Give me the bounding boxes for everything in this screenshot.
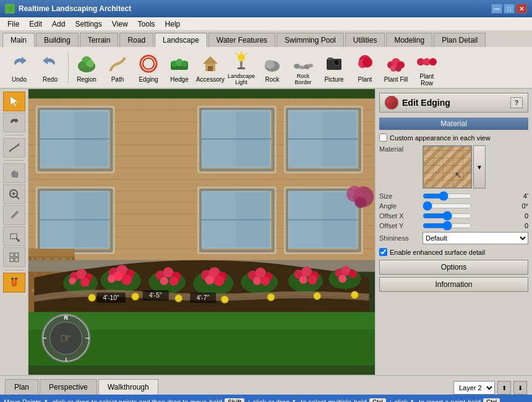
app-title: Realtime Landscaping Architect (19, 4, 131, 13)
tab-water-features[interactable]: Water Features (208, 33, 275, 47)
plant-button[interactable]: Plant (351, 50, 379, 85)
tab-landscape[interactable]: Landscape (155, 33, 207, 47)
angle-slider[interactable] (423, 202, 472, 210)
shininess-dropdown[interactable]: Default Low Medium High (423, 232, 528, 244)
tab-building[interactable]: Building (36, 33, 79, 47)
zoom-tool[interactable] (3, 184, 25, 204)
menu-edit[interactable]: Edit (24, 19, 47, 30)
undo-icon (7, 52, 31, 75)
layer-next-button[interactable]: ⬇ (513, 381, 527, 395)
minimize-button[interactable]: — (491, 4, 502, 14)
undo-tool[interactable] (3, 113, 25, 132)
magnet-tool[interactable] (3, 273, 25, 293)
rock-label: Rock (265, 76, 280, 83)
path-button[interactable]: Path (103, 50, 132, 85)
redo-button[interactable]: Redo (36, 50, 64, 85)
enhanced-detail-checkbox[interactable] (379, 248, 387, 256)
menubar: File Edit Add Settings View Tools Help (0, 17, 532, 31)
tab-plan-detail[interactable]: Plan Detail (434, 33, 486, 47)
svg-point-180 (88, 294, 95, 301)
svg-point-186 (351, 291, 358, 298)
accessory-button[interactable]: Accessory (196, 50, 225, 85)
main-tabs: Main Building Terrain Road Landscape Wat… (0, 31, 532, 47)
tab-walkthrough[interactable]: Walkthrough (98, 379, 158, 395)
material-dropdown-button[interactable]: ▼ (473, 145, 486, 189)
region-button[interactable]: Region (72, 50, 101, 85)
svg-point-181 (132, 293, 139, 300)
picture-label: Picture (324, 76, 343, 83)
pen-tool[interactable] (3, 205, 25, 225)
size-slider[interactable] (423, 192, 472, 200)
tab-main[interactable]: Main (2, 33, 35, 47)
angle-label: Angle (379, 202, 423, 210)
viewport[interactable]: 4'-10" 4'-5" 4'-7" ☞ N (28, 89, 375, 375)
layer-select[interactable]: Layer 2 Layer 1 Layer 3 (453, 381, 495, 395)
undo-button[interactable]: Undo (5, 50, 33, 85)
undo-label: Undo (12, 76, 27, 83)
svg-rect-48 (11, 234, 17, 239)
status-cursor2-icon: ↖ (292, 398, 298, 402)
svg-point-31 (363, 58, 372, 67)
picture-button[interactable]: Picture (320, 50, 348, 85)
svg-rect-14 (240, 61, 242, 67)
offset-x-slider[interactable] (423, 212, 472, 220)
svg-rect-52 (15, 253, 19, 257)
plant-fill-button[interactable]: Plant Fill (382, 50, 410, 85)
offset-x-slider-container (423, 212, 510, 220)
svg-point-173 (299, 276, 307, 284)
tab-modeling[interactable]: Modeling (386, 33, 432, 47)
information-button[interactable]: Information (379, 277, 528, 292)
zoom-rect-tool[interactable] (3, 226, 25, 246)
edging-button[interactable]: Edging (134, 50, 163, 85)
svg-point-50 (17, 239, 20, 242)
tab-swimming-pool[interactable]: Swimming Pool (277, 33, 344, 47)
offset-y-slider-container (423, 222, 510, 229)
landscape-light-button[interactable]: Landscape Light (227, 48, 255, 88)
svg-point-182 (175, 295, 182, 302)
rock-button[interactable]: Rock (258, 50, 286, 85)
rock-border-button[interactable]: Rock Border (289, 48, 317, 88)
menu-add[interactable]: Add (47, 19, 70, 30)
menu-view[interactable]: View (107, 19, 133, 30)
material-preview[interactable]: ↖ (423, 145, 472, 189)
menu-file[interactable]: File (2, 19, 24, 30)
svg-point-150 (113, 272, 122, 281)
layer-prev-button[interactable]: ⬆ (497, 381, 511, 395)
grid-tool[interactable] (3, 247, 25, 267)
size-row: Size 4' (379, 192, 528, 200)
svg-rect-56 (15, 278, 17, 280)
svg-rect-135 (28, 249, 75, 257)
measure-tool[interactable] (3, 138, 25, 158)
plant-row-button[interactable]: Plant Row (413, 47, 441, 88)
maximize-button[interactable]: □ (504, 4, 515, 14)
menu-settings[interactable]: Settings (70, 19, 106, 30)
svg-line-40 (10, 145, 19, 151)
close-button[interactable]: ✕ (516, 4, 527, 14)
panel-title: Edit Edging (402, 98, 507, 108)
tab-terrain[interactable]: Terrain (80, 33, 119, 47)
panel-help-button[interactable]: ? (510, 97, 523, 108)
tab-perspective[interactable]: Perspective (40, 379, 97, 395)
enhanced-detail-row: Enable enhanced surface detail (379, 248, 528, 256)
menu-tools[interactable]: Tools (133, 19, 160, 30)
menu-help[interactable]: Help (160, 19, 186, 30)
tab-plan[interactable]: Plan (5, 379, 38, 395)
offset-y-row: Offset Y 0 (379, 222, 528, 229)
svg-point-39 (429, 58, 437, 66)
svg-text:4'-10": 4'-10" (103, 294, 119, 301)
select-tool[interactable] (3, 92, 25, 111)
tab-road[interactable]: Road (119, 33, 153, 47)
redo-icon (38, 52, 62, 75)
size-slider-container (423, 192, 510, 200)
options-button[interactable]: Options (379, 260, 528, 275)
material-preview-wrap: ↖ (423, 145, 472, 189)
svg-point-184 (267, 294, 274, 301)
svg-rect-43 (12, 172, 14, 177)
custom-appearance-checkbox[interactable] (379, 134, 387, 142)
plant-icon (353, 52, 377, 75)
tab-utilities[interactable]: Utilities (345, 33, 385, 47)
hand-tool[interactable] (3, 163, 25, 183)
titlebar: 🌿 Realtime Landscaping Architect — □ ✕ (0, 0, 532, 17)
offset-y-slider[interactable] (423, 222, 472, 229)
hedge-button[interactable]: Hedge (165, 50, 194, 85)
